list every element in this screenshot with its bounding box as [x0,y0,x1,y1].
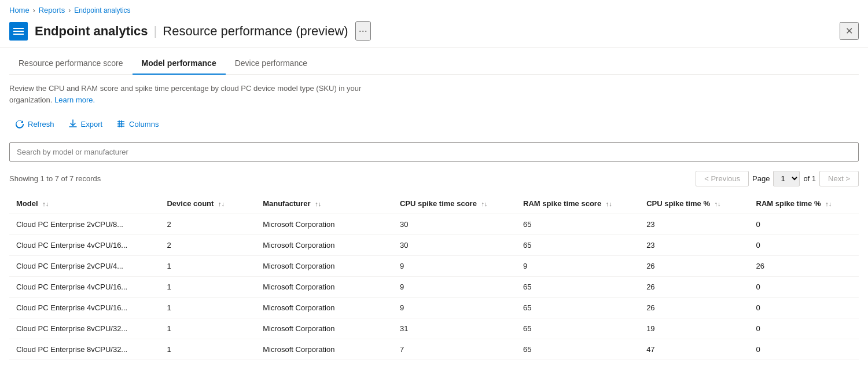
title-divider: | [154,24,157,39]
cell-device-count: 1 [160,277,256,298]
cell-cpu-spike-score: 9 [393,298,516,318]
table-row: Cloud PC Enterprise 4vCPU/16... 1 Micros… [9,277,859,298]
cell-model: Cloud PC Enterprise 4vCPU/16... [9,235,160,256]
table-row: Cloud PC Enterprise 8vCPU/32... 1 Micros… [9,339,859,360]
cell-device-count: 1 [160,298,256,318]
cell-model: Cloud PC Enterprise 8vCPU/32... [9,339,160,360]
cell-device-count: 1 [160,339,256,360]
columns-icon [116,119,126,129]
col-header-cpu-spike-pct[interactable]: CPU spike time % ↑↓ [639,193,749,214]
more-options-button[interactable]: ··· [355,21,371,41]
of-label: of 1 [803,174,816,183]
cell-cpu-spike-pct: 26 [639,256,749,277]
page-label: Page [752,174,770,183]
col-header-device-count[interactable]: Device count ↑↓ [160,193,256,214]
export-button[interactable]: Export [62,116,109,132]
cell-ram-spike-score: 65 [516,298,639,318]
toolbar: Refresh Export Columns [9,110,859,138]
learn-more-link[interactable]: Learn more. [54,96,95,104]
cell-cpu-spike-score: 7 [393,339,516,360]
cell-ram-spike-pct: 26 [749,256,859,277]
search-input[interactable] [9,142,859,162]
next-button[interactable]: Next > [819,171,859,186]
table-row: Cloud PC Enterprise 4vCPU/16... 1 Micros… [9,298,859,318]
refresh-button[interactable]: Refresh [9,116,60,132]
cell-device-count: 2 [160,214,256,235]
breadcrumb-home[interactable]: Home [9,6,30,14]
page-select[interactable]: 1 [773,171,800,186]
cell-manufacturer: Microsoft Corporation [256,256,393,277]
refresh-icon [15,119,24,129]
cell-manufacturer: Microsoft Corporation [256,277,393,298]
sort-arrows-model: ↑↓ [42,200,49,207]
cell-cpu-spike-pct: 26 [639,298,749,318]
cell-cpu-spike-score: 30 [393,214,516,235]
tab-bar: Resource performance score Model perform… [9,48,859,75]
pagination-controls: < Previous Page 1 of 1 Next > [696,171,859,186]
previous-button[interactable]: < Previous [696,171,749,186]
col-header-model[interactable]: Model ↑↓ [9,193,160,214]
cell-ram-spike-pct: 0 [749,235,859,256]
data-table: Model ↑↓ Device count ↑↓ Manufacturer ↑↓… [9,193,859,360]
col-header-ram-spike-pct[interactable]: RAM spike time % ↑↓ [749,193,859,214]
cell-ram-spike-score: 65 [516,214,639,235]
description-text: Review the CPU and RAM score and spike t… [9,75,403,110]
cell-cpu-spike-score: 9 [393,277,516,298]
cell-ram-spike-score: 65 [516,235,639,256]
table-row: Cloud PC Enterprise 2vCPU/8... 2 Microso… [9,214,859,235]
cell-ram-spike-score: 9 [516,256,639,277]
tab-model-performance[interactable]: Model performance [133,53,226,75]
cell-ram-spike-score: 65 [516,277,639,298]
cell-ram-spike-score: 65 [516,318,639,339]
table-row: Cloud PC Enterprise 4vCPU/16... 2 Micros… [9,235,859,256]
cell-cpu-spike-score: 30 [393,235,516,256]
tab-resource-performance-score[interactable]: Resource performance score [9,53,133,75]
cell-manufacturer: Microsoft Corporation [256,318,393,339]
main-content: Resource performance score Model perform… [0,48,868,360]
export-icon [68,119,78,129]
sort-arrows-ram-spike-pct: ↑↓ [825,200,832,207]
tab-device-performance[interactable]: Device performance [226,53,317,75]
sort-arrows-ram-spike-score: ↑↓ [606,200,612,207]
table-row: Cloud PC Enterprise 2vCPU/4... 1 Microso… [9,256,859,277]
cell-model: Cloud PC Enterprise 2vCPU/4... [9,256,160,277]
cell-device-count: 2 [160,235,256,256]
cell-model: Cloud PC Enterprise 2vCPU/8... [9,214,160,235]
cell-manufacturer: Microsoft Corporation [256,339,393,360]
cell-cpu-spike-pct: 23 [639,235,749,256]
cell-device-count: 1 [160,318,256,339]
sort-arrows-manufacturer: ↑↓ [315,200,321,207]
sort-arrows-cpu-spike-score: ↑↓ [481,200,488,207]
cell-cpu-spike-pct: 26 [639,277,749,298]
breadcrumb-current: Endpoint analytics [74,6,130,14]
breadcrumb-reports[interactable]: Reports [39,6,65,14]
table-body: Cloud PC Enterprise 2vCPU/8... 2 Microso… [9,214,859,360]
cell-cpu-spike-pct: 19 [639,318,749,339]
cell-ram-spike-pct: 0 [749,339,859,360]
table-header: Model ↑↓ Device count ↑↓ Manufacturer ↑↓… [9,193,859,214]
page-subtitle: Resource performance (preview) [163,24,348,39]
sort-arrows-device-count: ↑↓ [218,200,225,207]
page-header: Endpoint analytics | Resource performanc… [0,18,868,48]
app-icon [9,22,28,41]
cell-ram-spike-pct: 0 [749,214,859,235]
cell-model: Cloud PC Enterprise 8vCPU/32... [9,318,160,339]
close-button[interactable]: ✕ [840,22,859,40]
search-bar [9,142,859,162]
cell-ram-spike-pct: 0 [749,318,859,339]
cell-cpu-spike-pct: 47 [639,339,749,360]
cell-manufacturer: Microsoft Corporation [256,235,393,256]
col-header-ram-spike-score[interactable]: RAM spike time score ↑↓ [516,193,639,214]
cell-ram-spike-score: 65 [516,339,639,360]
breadcrumb: Home › Reports › Endpoint analytics [0,0,868,18]
cell-cpu-spike-score: 9 [393,256,516,277]
cell-model: Cloud PC Enterprise 4vCPU/16... [9,277,160,298]
col-header-cpu-spike-score[interactable]: CPU spike time score ↑↓ [393,193,516,214]
cell-cpu-spike-pct: 23 [639,214,749,235]
cell-ram-spike-pct: 0 [749,298,859,318]
cell-device-count: 1 [160,256,256,277]
showing-records: Showing 1 to 7 of 7 records [9,174,101,183]
col-header-manufacturer[interactable]: Manufacturer ↑↓ [256,193,393,214]
cell-manufacturer: Microsoft Corporation [256,298,393,318]
columns-button[interactable]: Columns [111,116,164,132]
